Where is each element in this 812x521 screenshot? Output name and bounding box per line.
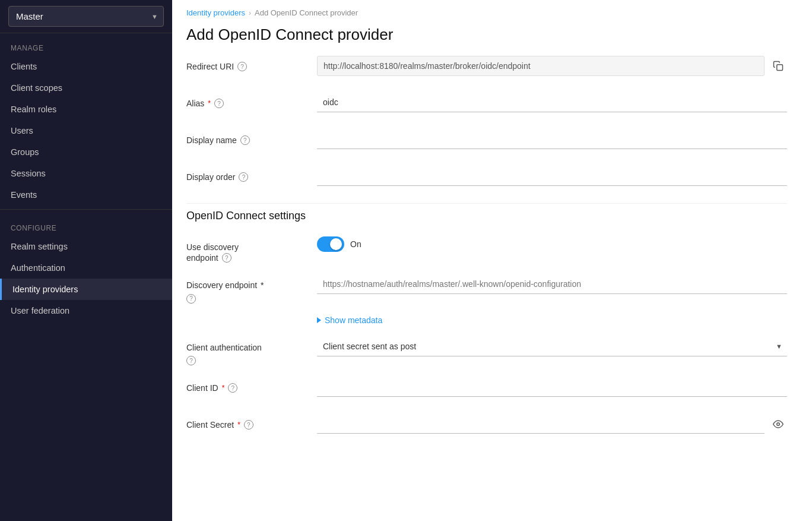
sidebar-header: Master [0,0,172,33]
redirect-uri-label: Redirect URI ? [186,56,317,71]
client-id-help-icon[interactable]: ? [228,383,237,393]
client-id-input[interactable] [317,377,787,397]
client-auth-help-icon[interactable]: ? [186,356,196,365]
client-id-label: Client ID * ? [186,377,317,393]
svg-rect-0 [777,65,783,71]
client-secret-help-icon[interactable]: ? [244,420,253,430]
copy-icon [773,61,784,71]
sidebar-item-groups[interactable]: Groups [0,141,172,163]
client-auth-select-wrap: Client secret sent as post Client secret… [317,337,787,356]
sidebar-section-manage: Manage [0,33,172,56]
use-discovery-on-label: On [350,239,361,249]
sidebar-item-sessions[interactable]: Sessions [0,163,172,184]
use-discovery-help-icon[interactable]: ? [222,253,231,263]
sidebar-item-events[interactable]: Events [0,184,172,206]
display-order-label: Display order ? [186,166,317,182]
sidebar-item-authentication[interactable]: Authentication [0,257,172,279]
client-id-control [317,377,787,397]
main-content: Identity providers › Add OpenID Connect … [172,0,812,521]
alias-row: Alias * ? [186,93,787,118]
alias-input[interactable] [317,93,787,112]
breadcrumb-separator: › [249,9,251,17]
redirect-uri-control [317,56,787,76]
display-name-input[interactable] [317,130,787,149]
display-order-control [317,166,787,186]
sidebar-item-clients[interactable]: Clients [0,56,172,77]
breadcrumb: Identity providers › Add OpenID Connect … [172,0,812,20]
use-discovery-endpoint-label: Use discovery endpoint ? [186,236,317,263]
toggle-wrap: On [317,236,361,252]
chevron-right-icon [317,317,321,323]
client-secret-label: Client Secret * ? [186,414,317,430]
realm-selector-wrap[interactable]: Master [8,6,164,27]
show-metadata-link[interactable]: Show metadata [317,315,382,325]
sidebar-item-realm-roles[interactable]: Realm roles [0,99,172,120]
page-title: Add OpenID Connect provider [172,20,812,56]
client-auth-row: Client authentication ? Client secret se… [186,337,787,366]
sidebar-item-identity-providers[interactable]: Identity providers [0,279,172,300]
redirect-uri-input [317,56,765,76]
show-metadata-wrap: Show metadata [186,315,787,325]
display-order-help-icon[interactable]: ? [239,172,248,182]
sidebar: Master Manage Clients Client scopes Real… [0,0,172,521]
display-name-label: Display name ? [186,130,317,145]
sidebar-section-configure: Configure [0,213,172,236]
alias-control [317,93,787,112]
discovery-endpoint-row: Discovery endpoint * ? [186,274,787,304]
alias-label: Alias * ? [186,93,317,108]
svg-point-1 [777,422,780,425]
toggle-slider [317,236,344,252]
discovery-endpoint-required: * [261,280,264,290]
sidebar-item-users[interactable]: Users [0,120,172,141]
breadcrumb-parent-link[interactable]: Identity providers [186,8,245,17]
display-order-row: Display order ? [186,166,787,191]
form-area: Redirect URI ? Alias * ? [172,56,801,475]
sidebar-item-client-scopes[interactable]: Client scopes [0,77,172,99]
realm-selector[interactable]: Master [8,6,164,27]
display-name-row: Display name ? [186,130,787,154]
display-name-control [317,130,787,149]
discovery-endpoint-control [317,274,787,294]
client-secret-input[interactable] [317,414,765,434]
discovery-endpoint-input[interactable] [317,274,787,294]
redirect-uri-row: Redirect URI ? [186,56,787,81]
client-secret-row: Client Secret * ? [186,414,787,439]
client-secret-required: * [237,421,240,429]
client-auth-select[interactable]: Client secret sent as post Client secret… [317,337,787,356]
use-discovery-endpoint-row: Use discovery endpoint ? On [186,236,787,263]
use-discovery-endpoint-control: On [317,236,787,252]
client-secret-control [317,414,787,434]
sidebar-item-user-federation[interactable]: User federation [0,300,172,321]
redirect-uri-help-icon[interactable]: ? [237,62,247,71]
display-order-input[interactable] [317,166,787,186]
sidebar-item-realm-settings[interactable]: Realm settings [0,236,172,257]
eye-icon [773,419,784,430]
oidc-section-title: OpenID Connect settings [186,203,787,222]
breadcrumb-current: Add OpenID Connect provider [255,8,358,17]
client-auth-control: Client secret sent as post Client secret… [317,337,787,356]
use-discovery-toggle[interactable] [317,236,344,252]
discovery-endpoint-help-icon[interactable]: ? [186,294,196,304]
client-id-required: * [222,384,225,392]
client-id-row: Client ID * ? [186,377,787,402]
discovery-endpoint-label: Discovery endpoint * ? [186,274,317,304]
show-secret-button[interactable] [769,415,787,433]
copy-redirect-uri-button[interactable] [769,57,787,75]
display-name-help-icon[interactable]: ? [240,135,250,145]
alias-required: * [208,99,211,108]
sidebar-divider [0,209,172,210]
alias-help-icon[interactable]: ? [214,99,224,108]
